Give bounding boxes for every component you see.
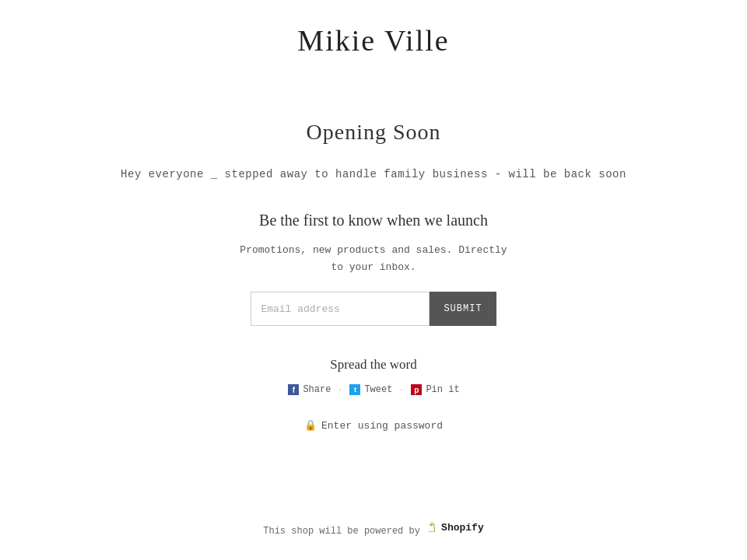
launch-description-line1: Promotions, new products and sales. Dire… bbox=[240, 244, 507, 256]
pin-label: Pin it bbox=[426, 384, 459, 395]
social-links: f Share · t Tweet · p Pin it bbox=[287, 383, 459, 396]
launch-description-line2: to your inbox. bbox=[331, 261, 416, 273]
shopify-bag-icon bbox=[426, 521, 438, 534]
password-link-label: Enter using password bbox=[321, 420, 443, 432]
site-title: Mikie Ville bbox=[0, 23, 747, 58]
password-link[interactable]: 🔒 Enter using password bbox=[304, 419, 443, 432]
twitter-icon: t bbox=[349, 383, 361, 396]
site-header: Mikie Ville bbox=[0, 0, 747, 73]
submit-button[interactable]: SUBMIT bbox=[430, 292, 496, 326]
shopify-label: Shopify bbox=[441, 522, 484, 534]
twitter-tweet-link[interactable]: t Tweet bbox=[349, 383, 392, 396]
tagline-text: Hey everyone _ stepped away to handle fa… bbox=[121, 168, 626, 180]
facebook-share-link[interactable]: f Share bbox=[287, 383, 331, 396]
pinterest-icon: p bbox=[410, 383, 423, 396]
spread-section: Spread the word f Share · t Tweet · p Pi bbox=[287, 357, 459, 396]
footer: This shop will be powered by Shopify bbox=[263, 521, 483, 537]
share-label: Share bbox=[303, 384, 331, 395]
facebook-icon: f bbox=[287, 383, 300, 396]
pinterest-pin-link[interactable]: p Pin it bbox=[410, 383, 459, 396]
email-form: SUBMIT bbox=[251, 292, 496, 326]
launch-section: Be the first to know when we launch Prom… bbox=[240, 212, 507, 326]
email-input[interactable] bbox=[251, 292, 430, 326]
footer-text: This shop will be powered by bbox=[263, 526, 420, 537]
lock-icon: 🔒 bbox=[304, 419, 317, 432]
divider-2: · bbox=[400, 384, 402, 396]
opening-soon-heading: Opening Soon bbox=[307, 120, 441, 145]
spread-title: Spread the word bbox=[330, 357, 416, 373]
launch-title: Be the first to know when we launch bbox=[259, 212, 488, 229]
tweet-label: Tweet bbox=[364, 384, 392, 395]
launch-description: Promotions, new products and sales. Dire… bbox=[240, 242, 507, 276]
divider-1: · bbox=[338, 384, 341, 396]
main-content: Opening Soon Hey everyone _ stepped away… bbox=[0, 120, 747, 478]
shopify-logo: Shopify bbox=[426, 521, 484, 534]
